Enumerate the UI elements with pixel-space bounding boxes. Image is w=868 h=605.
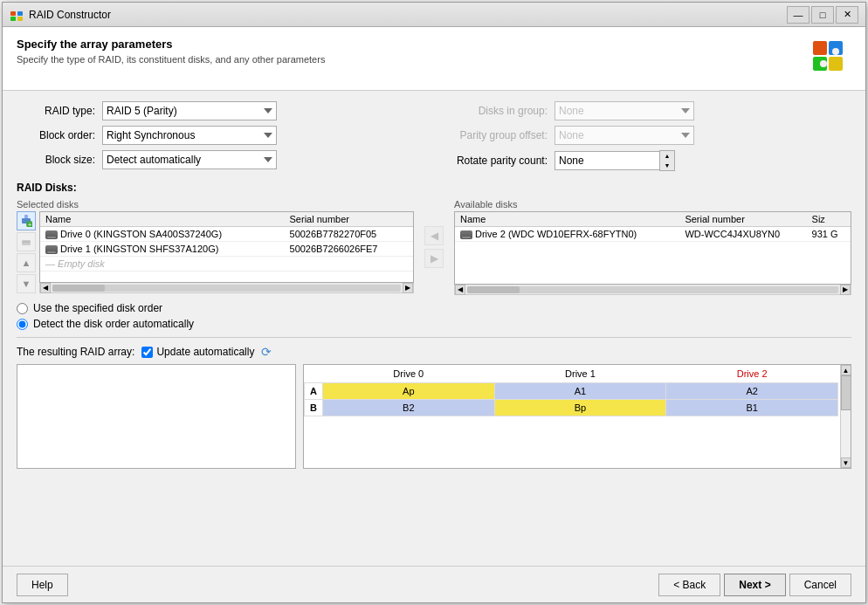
raid-sb-up-btn[interactable]: ▲ [841, 365, 851, 375]
avail-scrollbar-left-btn[interactable]: ◀ [455, 285, 465, 295]
col-name-selected: Name [40, 212, 285, 227]
cell-b1: Bp [494, 400, 666, 416]
content-area: RAID type: RAID 5 (Parity) Block order: … [3, 91, 865, 566]
params-left: RAID type: RAID 5 (Parity) Block order: … [17, 101, 434, 171]
refresh-icon[interactable]: ⟳ [261, 345, 272, 359]
raid-sb-down-btn[interactable]: ▼ [841, 457, 851, 468]
disk-order-radio-2: Detect the disk order automatically [17, 318, 851, 330]
row-label-header [305, 365, 323, 383]
move-up-button[interactable]: ▲ [17, 253, 36, 272]
raid-diagram: Drive 0 Drive 1 Drive 2 [303, 364, 851, 469]
raid-scrollbar[interactable]: ▲ ▼ [840, 365, 851, 468]
parity-group-row: Parity group offset: None [434, 126, 851, 145]
disk-order-radio-1: Use the specified disk order [17, 302, 851, 314]
drive1-header: Drive 1 [494, 365, 666, 383]
available-scrollbar[interactable]: ◀ ▶ [454, 285, 851, 295]
selected-disks-list[interactable]: Name Serial number Drive 0 (KINGSTON SA4… [39, 211, 414, 283]
selected-disks-table: Name Serial number Drive 0 (KINGSTON SA4… [40, 212, 413, 272]
raid-row-a: A Ap A1 A2 [305, 383, 838, 400]
scrollbar-right-btn[interactable]: ▶ [403, 283, 413, 293]
disk-order-section: Use the specified disk order Detect the … [17, 302, 851, 330]
disks-in-group-row: Disks in group: None [434, 101, 851, 120]
raid-type-select[interactable]: RAID 5 (Parity) [102, 101, 277, 120]
params-grid: RAID type: RAID 5 (Parity) Block order: … [17, 101, 851, 171]
rotate-parity-input[interactable] [555, 151, 659, 170]
add-disk-button[interactable]: + [17, 211, 36, 230]
block-order-row: Block order: Right Synchronous [17, 126, 434, 145]
block-size-select[interactable]: Detect automatically [102, 150, 277, 169]
next-button[interactable]: Next > [724, 574, 785, 596]
disks-panels: Selected disks + [17, 199, 851, 295]
disk-toolbar-selected: + ▲ ▼ [17, 211, 414, 293]
params-right: Disks in group: None Parity group offset… [434, 101, 851, 171]
scrollbar-left-btn[interactable]: ◀ [40, 283, 51, 293]
spinbox-buttons: ▲ ▼ [659, 150, 675, 171]
drive-name-cell: Drive 1 (KINGSTON SHFS37A120G) [40, 242, 285, 257]
cell-a1: A1 [494, 383, 666, 400]
scrollbar-track [52, 285, 401, 292]
cell-a0: Ap [322, 383, 494, 400]
use-specified-order-label[interactable]: Use the specified disk order [33, 302, 162, 314]
remove-disk-button[interactable] [17, 232, 36, 251]
transfer-left-button[interactable]: ◀ [424, 226, 444, 245]
transfer-buttons: ◀ ▶ [421, 199, 447, 295]
drive-name-cell: Drive 2 (WDC WD10EFRX-68FYTN0) [455, 227, 679, 242]
raid-sb-thumb [841, 375, 851, 410]
selected-scrollbar[interactable]: ◀ ▶ [39, 283, 414, 293]
update-auto-checkbox[interactable] [141, 347, 153, 358]
move-down-button[interactable]: ▼ [17, 274, 36, 293]
parity-group-select[interactable]: None [555, 126, 694, 145]
header-title: Specify the array parameters [17, 38, 809, 51]
spinbox-down-button[interactable]: ▼ [660, 161, 674, 170]
minimize-button[interactable]: — [787, 6, 809, 24]
table-row[interactable]: Drive 1 (KINGSTON SHFS37A120G) 50026B726… [40, 242, 413, 257]
drive-name-cell: Drive 0 (KINGSTON SA400S37240G) [40, 227, 285, 242]
close-button[interactable]: ✕ [836, 6, 858, 24]
svg-point-9 [820, 60, 827, 67]
selected-table-container: Name Serial number Drive 0 (KINGSTON SA4… [39, 211, 414, 293]
block-order-label: Block order: [17, 129, 95, 141]
disks-in-group-select[interactable]: None [555, 101, 694, 120]
svg-text:+: + [28, 221, 32, 227]
table-row[interactable]: Drive 2 (WDC WD10EFRX-68FYTN0) WD-WCC4J4… [455, 227, 851, 242]
drive2-header: Drive 2 [666, 365, 838, 383]
raid-table-container: Drive 0 Drive 1 Drive 2 [304, 365, 851, 416]
update-auto-row: Update automatically [141, 346, 254, 358]
raid-sb-track [841, 375, 851, 457]
drive-serial-cell: 50026B7782270F05 [285, 227, 413, 242]
cell-b2: B1 [666, 400, 838, 416]
header-section: Specify the array parameters Specify the… [3, 27, 865, 91]
svg-rect-4 [813, 41, 827, 55]
disks-in-group-label: Disks in group: [434, 105, 548, 117]
raid-array-table: Drive 0 Drive 1 Drive 2 [304, 365, 838, 416]
transfer-right-button[interactable]: ▶ [424, 249, 444, 268]
cancel-button[interactable]: Cancel [789, 574, 851, 596]
drive-serial-cell: WD-WCC4J4XU8YN0 [679, 227, 806, 242]
maximize-button[interactable]: □ [811, 6, 834, 24]
available-disks-label: Available disks [454, 199, 851, 210]
avail-scrollbar-right-btn[interactable]: ▶ [840, 285, 851, 295]
disks-section-title: RAID Disks: [17, 182, 851, 194]
detect-order-auto-radio[interactable] [17, 319, 28, 330]
svg-rect-7 [829, 57, 843, 71]
back-button[interactable]: < Back [658, 574, 720, 596]
result-header: The resulting RAID array: Update automat… [17, 345, 851, 359]
svg-rect-14 [22, 240, 31, 245]
disk-tool-buttons: + ▲ ▼ [17, 211, 36, 293]
result-content: Drive 0 Drive 1 Drive 2 [17, 364, 851, 469]
row-b-label: B [305, 400, 323, 416]
use-specified-order-radio[interactable] [17, 303, 28, 314]
detect-order-auto-label[interactable]: Detect the disk order automatically [33, 318, 194, 330]
available-disks-list[interactable]: Name Serial number Siz Drive 2 (WDC WD10… [454, 211, 851, 285]
spinbox-up-button[interactable]: ▲ [660, 151, 674, 161]
window-controls: — □ ✕ [787, 6, 858, 24]
block-order-select[interactable]: Right Synchronous [102, 126, 277, 145]
table-row[interactable]: — Empty disk [40, 257, 413, 272]
update-auto-label[interactable]: Update automatically [156, 346, 254, 358]
help-button[interactable]: Help [17, 574, 68, 596]
footer: Help < Back Next > Cancel [3, 566, 865, 602]
table-row[interactable]: Drive 0 (KINGSTON SA400S37240G) 50026B77… [40, 227, 413, 242]
svg-rect-1 [17, 11, 23, 16]
svg-rect-3 [17, 17, 23, 21]
drive-serial-cell: 50026B7266026FE7 [285, 242, 413, 257]
